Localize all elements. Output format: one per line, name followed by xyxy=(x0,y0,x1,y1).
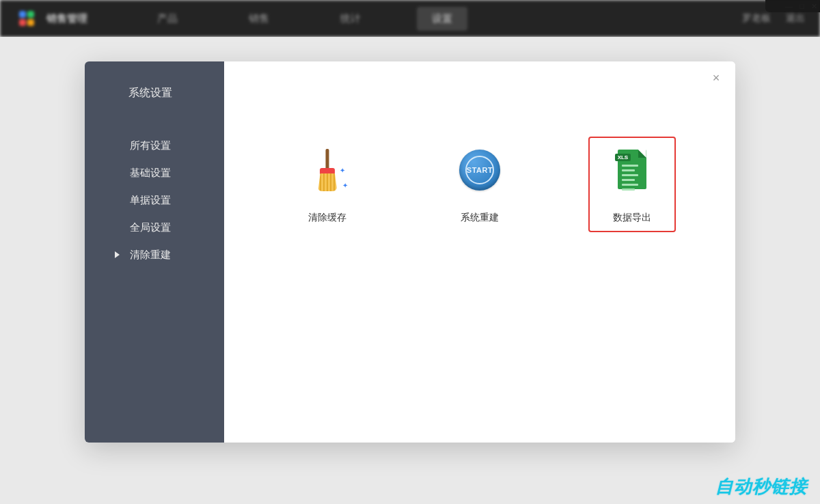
sidebar-item-basic-settings[interactable]: 基础设置 xyxy=(85,159,224,186)
settings-modal-title: 系统设置 xyxy=(85,86,224,100)
option-data-export[interactable]: XLS 数据导出 xyxy=(588,137,676,232)
xls-file-icon: XLS xyxy=(611,149,653,191)
start-button-icon: START xyxy=(459,149,501,191)
modal-close-button[interactable]: × xyxy=(709,71,723,85)
settings-options-row: ✦ ✦ 清除缓存 START 系统重建 xyxy=(224,61,735,232)
xls-badge-text: XLS xyxy=(615,154,631,161)
settings-modal: 系统设置 所有设置 基础设置 单据设置 全局设置 清除重建 × xyxy=(85,61,735,443)
nav-item-stats[interactable]: 统计 xyxy=(325,7,376,31)
sidebar-item-label: 基础设置 xyxy=(130,167,171,180)
settings-sidebar: 系统设置 所有设置 基础设置 单据设置 全局设置 清除重建 xyxy=(85,61,224,443)
sidebar-item-label: 所有设置 xyxy=(130,139,171,152)
sidebar-item-global-settings[interactable]: 全局设置 xyxy=(85,214,224,241)
triangle-play-icon xyxy=(115,251,120,258)
option-system-rebuild[interactable]: START 系统重建 xyxy=(436,137,523,232)
nav-item-products[interactable]: 产品 xyxy=(142,7,193,31)
nav-item-settings[interactable]: 设置 xyxy=(417,7,467,31)
start-icon-text: START xyxy=(465,156,494,184)
broom-icon: ✦ ✦ xyxy=(306,149,348,191)
sidebar-item-document-settings[interactable]: 单据设置 xyxy=(85,186,224,214)
watermark-text: 自动秒链接 xyxy=(715,475,808,499)
sidebar-item-clear-rebuild[interactable]: 清除重建 xyxy=(85,241,224,268)
option-label: 数据导出 xyxy=(613,212,651,224)
nav-item-sales[interactable]: 销售 xyxy=(234,7,284,31)
nav-username[interactable]: 罗老板 xyxy=(742,12,771,25)
app-logo-icon xyxy=(19,11,34,26)
sidebar-item-all-settings[interactable]: 所有设置 xyxy=(85,132,224,159)
settings-modal-content: × ✦ ✦ 清除缓存 START xyxy=(224,61,735,443)
app-brand: 销售管理 xyxy=(46,12,87,25)
sidebar-item-label: 清除重建 xyxy=(130,249,171,262)
main-navbar: 销售管理 产品 销售 统计 设置 罗老板 退出 xyxy=(0,0,820,37)
option-label: 系统重建 xyxy=(461,212,499,224)
nav-logout[interactable]: 退出 xyxy=(786,12,805,25)
sidebar-item-label: 全局设置 xyxy=(130,221,171,234)
option-label: 清除缓存 xyxy=(308,212,346,224)
option-clear-cache[interactable]: ✦ ✦ 清除缓存 xyxy=(284,137,371,232)
sidebar-item-label: 单据设置 xyxy=(130,194,171,207)
